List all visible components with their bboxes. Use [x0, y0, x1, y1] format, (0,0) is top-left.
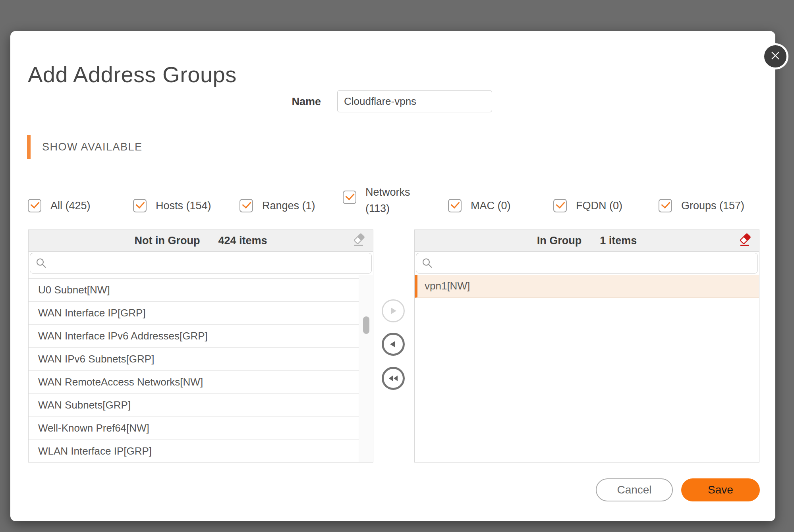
not-in-group-search-box [30, 253, 372, 274]
remove-all-from-group-button[interactable] [382, 367, 405, 390]
search-icon [421, 257, 433, 271]
name-label: Name [233, 94, 321, 110]
in-group-title: In Group [537, 235, 581, 247]
filter-checkbox-hosts[interactable]: Hosts (154) [133, 191, 211, 220]
checkbox-icon[interactable] [553, 199, 567, 212]
section-title: SHOW AVAILABLE [42, 141, 143, 153]
scrollbar-thumb[interactable] [363, 316, 369, 334]
list-item[interactable]: WAN RemoteAccess Networks[NW] [29, 371, 359, 394]
show-available-section: SHOW AVAILABLE [27, 135, 143, 159]
filter-checkbox-groups[interactable]: Groups (157) [659, 191, 744, 220]
filter-checkbox-all[interactable]: All (425) [28, 191, 91, 220]
filter-label: Ranges (1) [262, 198, 315, 214]
list-item[interactable]: U0 Subnet[NW] [29, 279, 359, 302]
close-button[interactable] [762, 43, 788, 69]
close-icon [770, 50, 780, 62]
list-item[interactable]: WLAN Interface IP[GRP] [29, 440, 359, 463]
checkbox-icon[interactable] [28, 199, 41, 212]
filter-label: Networks (113) [365, 184, 419, 217]
arrow-right-icon [388, 306, 398, 316]
save-button[interactable]: Save [681, 478, 760, 501]
list-item-selected[interactable]: vpn1[NW] [415, 275, 759, 298]
in-group-search-input[interactable] [437, 253, 754, 274]
in-group-list: vpn1[NW] [415, 275, 759, 463]
move-to-group-button[interactable] [382, 299, 405, 322]
filter-checkbox-fqdn[interactable]: FQDN (0) [553, 191, 622, 220]
list-item[interactable]: Well-Known Pref64[NW] [29, 417, 359, 440]
list-item[interactable]: WAN Subnets[GRP] [29, 394, 359, 417]
in-group-search-row [415, 252, 759, 275]
clear-group-button[interactable] [738, 233, 753, 249]
not-in-group-search-input[interactable] [51, 253, 368, 274]
in-group-search-box [416, 253, 758, 274]
list-item[interactable]: WAN Interface IP[GRP] [29, 302, 359, 325]
scrollbar-track[interactable] [359, 275, 373, 463]
filter-label: FQDN (0) [576, 198, 622, 214]
double-arrow-left-icon [387, 374, 399, 383]
not-in-group-search-row [29, 252, 373, 275]
not-in-group-list: U0 Subnet[NW]WAN Interface IP[GRP]WAN In… [29, 275, 373, 463]
screen-overlay: Add Address Groups Name SHOW AVAILABLE A… [0, 0, 794, 532]
filter-checkbox-networks[interactable]: Networks (113) [343, 184, 419, 227]
filter-checkbox-ranges[interactable]: Ranges (1) [240, 191, 315, 220]
filter-checkbox-mac[interactable]: MAC (0) [448, 191, 511, 220]
in-group-panel: In Group 1 items [414, 229, 759, 463]
not-in-group-title: Not in Group [134, 235, 200, 247]
dialog-title: Add Address Groups [28, 63, 237, 87]
remove-from-group-button[interactable] [382, 333, 405, 356]
in-group-header: In Group 1 items [415, 230, 759, 252]
checkbox-icon[interactable] [133, 199, 147, 212]
search-icon [35, 257, 47, 271]
add-address-groups-dialog: Add Address Groups Name SHOW AVAILABLE A… [10, 31, 775, 521]
checkbox-icon[interactable] [240, 199, 253, 212]
section-accent-bar [27, 135, 31, 159]
filter-label: MAC (0) [471, 198, 511, 214]
cancel-button[interactable]: Cancel [596, 478, 673, 501]
in-group-count: 1 items [600, 235, 637, 247]
checkbox-icon[interactable] [448, 199, 462, 212]
checkbox-icon[interactable] [659, 199, 672, 212]
not-in-group-header: Not in Group 424 items [29, 230, 373, 252]
filter-label: Hosts (154) [156, 198, 211, 214]
arrow-left-icon [388, 339, 398, 349]
eraser-icon [352, 233, 367, 248]
eraser-icon [738, 233, 753, 248]
filter-label: All (425) [50, 198, 91, 214]
checkbox-icon[interactable] [343, 191, 356, 204]
not-in-group-panel: Not in Group 424 items [28, 229, 373, 463]
list-item[interactable]: WAN IPv6 Subnets[GRP] [29, 348, 359, 371]
clear-selection-button[interactable] [352, 233, 367, 249]
filter-label: Groups (157) [681, 198, 744, 214]
name-input[interactable] [337, 90, 492, 112]
not-in-group-count: 424 items [218, 235, 267, 247]
list-item[interactable]: WAN Interface IPv6 Addresses[GRP] [29, 325, 359, 348]
list-item-partial [29, 275, 359, 279]
